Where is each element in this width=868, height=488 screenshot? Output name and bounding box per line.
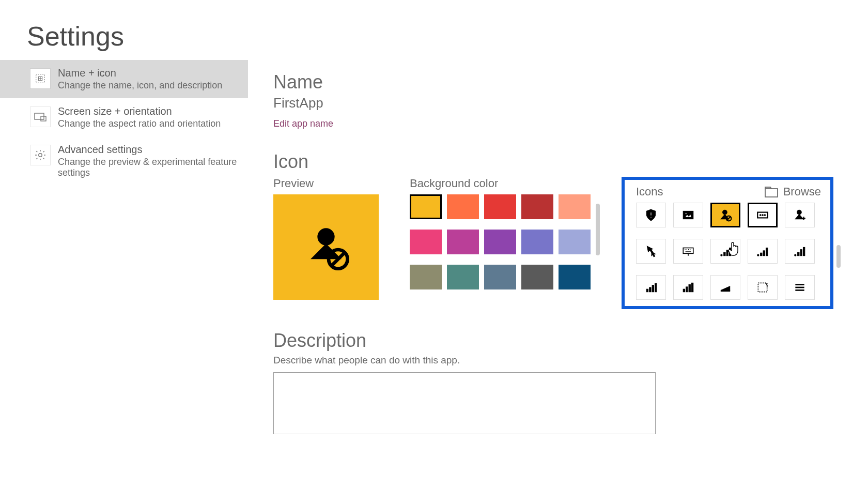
description-input[interactable] — [273, 372, 656, 434]
svg-point-14 — [685, 212, 687, 214]
bars-5-icon[interactable] — [673, 275, 703, 300]
name-section: Name FirstApp Edit app name — [273, 71, 847, 129]
svg-rect-10 — [765, 189, 778, 197]
svg-rect-51 — [692, 283, 693, 292]
settings-sidebar: Name + icon Change the name, icon, and d… — [0, 60, 248, 436]
svg-rect-12 — [650, 217, 652, 218]
bars-4-icon[interactable] — [636, 275, 666, 300]
bg-color-swatch[interactable] — [521, 194, 553, 219]
icon-preview-column: Preview — [273, 177, 379, 300]
keyboard-icon[interactable] — [673, 239, 703, 264]
svg-point-22 — [797, 210, 802, 215]
bg-color-swatch[interactable] — [447, 194, 479, 219]
select-dashed-icon[interactable] — [748, 275, 778, 300]
bg-color-swatch[interactable] — [484, 265, 516, 289]
svg-point-19 — [760, 215, 761, 216]
sidebar-item-sub: Change the name, icon, and description — [58, 80, 222, 91]
edit-app-name-link[interactable]: Edit app name — [273, 118, 333, 129]
page-title: Settings — [0, 0, 868, 60]
description-section: Description Describe what people can do … — [273, 330, 847, 436]
svg-point-15 — [723, 210, 727, 215]
grid-icon — [30, 68, 51, 89]
cursor-click-icon[interactable] — [636, 239, 666, 264]
svg-rect-39 — [766, 248, 768, 256]
bg-color-grid — [410, 194, 591, 289]
svg-point-6 — [39, 154, 42, 157]
svg-rect-44 — [646, 289, 648, 292]
svg-rect-48 — [683, 289, 685, 292]
settings-content: Name FirstApp Edit app name Icon Preview — [248, 60, 868, 436]
bars-3-icon[interactable] — [785, 239, 815, 264]
sidebar-item-sub: Change the preview & experimental featur… — [58, 157, 239, 178]
svg-rect-49 — [686, 287, 688, 292]
svg-rect-41 — [798, 252, 799, 256]
user-block-icon[interactable] — [710, 203, 740, 227]
bg-color-swatch[interactable] — [559, 230, 591, 254]
description-hint: Describe what people can do with this ap… — [273, 355, 847, 366]
svg-point-21 — [764, 215, 766, 216]
svg-rect-43 — [803, 247, 805, 255]
bg-color-swatch[interactable] — [559, 194, 591, 219]
bg-color-swatch[interactable] — [484, 194, 516, 219]
bars-2-icon[interactable] — [748, 239, 778, 264]
bg-color-swatch[interactable] — [410, 230, 442, 254]
icon-section: Icon Preview Background color — [273, 151, 847, 309]
svg-rect-52 — [721, 290, 730, 291]
svg-point-7 — [317, 228, 334, 245]
bg-color-swatch[interactable] — [410, 265, 442, 289]
icon-picker-grid — [636, 203, 821, 300]
svg-rect-53 — [758, 283, 767, 292]
svg-rect-45 — [649, 287, 651, 292]
bg-color-scrollbar[interactable] — [596, 204, 600, 255]
svg-rect-11 — [650, 212, 652, 216]
icon-heading: Icon — [273, 151, 847, 173]
bg-color-swatch[interactable] — [410, 194, 442, 219]
card-icon[interactable] — [748, 203, 778, 227]
sidebar-item-title: Name + icon — [58, 67, 222, 79]
name-heading: Name — [273, 71, 847, 93]
svg-rect-25 — [683, 248, 693, 254]
sidebar-item-sub: Change the aspect ratio and orientation — [58, 118, 221, 129]
user-block-icon — [300, 221, 352, 273]
bg-color-swatch[interactable] — [559, 265, 591, 289]
sidebar-item-screen-size[interactable]: Screen size + orientation Change the asp… — [0, 98, 248, 136]
icons-label: Icons — [636, 185, 663, 199]
svg-point-40 — [795, 254, 796, 256]
menu-lines-icon[interactable] — [785, 275, 815, 300]
svg-rect-38 — [763, 251, 765, 256]
gear-icon — [30, 145, 51, 165]
screen-icon — [30, 106, 51, 127]
bars-1-icon[interactable] — [710, 239, 740, 264]
svg-rect-42 — [800, 250, 802, 256]
sidebar-item-title: Screen size + orientation — [58, 105, 221, 117]
icon-preview — [273, 194, 379, 300]
bg-color-swatch[interactable] — [447, 230, 479, 254]
bg-color-swatch[interactable] — [521, 265, 553, 289]
bg-color-swatch[interactable] — [447, 265, 479, 289]
bg-color-label: Background color — [410, 177, 591, 190]
scanner-icon[interactable] — [710, 275, 740, 300]
bg-color-swatch[interactable] — [521, 230, 553, 254]
svg-point-32 — [721, 254, 722, 256]
picture-swap-icon[interactable] — [673, 203, 703, 227]
svg-rect-13 — [683, 211, 693, 219]
folder-icon — [765, 186, 778, 197]
svg-point-36 — [757, 254, 759, 256]
sidebar-item-name-icon[interactable]: Name + icon Change the name, icon, and d… — [0, 60, 248, 98]
svg-rect-35 — [730, 248, 731, 256]
description-heading: Description — [273, 330, 847, 352]
shield-alert-icon[interactable] — [636, 203, 666, 227]
browse-label: Browse — [783, 185, 821, 199]
user-add-icon[interactable] — [785, 203, 815, 227]
sidebar-item-advanced[interactable]: Advanced settings Change the preview & e… — [0, 136, 248, 186]
app-name-value: FirstApp — [273, 95, 847, 111]
browse-button[interactable]: Browse — [765, 185, 821, 199]
svg-rect-47 — [655, 283, 657, 292]
icons-scrollbar[interactable] — [836, 245, 841, 268]
icons-panel: Icons Browse — [622, 177, 833, 309]
sidebar-item-title: Advanced settings — [58, 144, 239, 156]
svg-rect-37 — [761, 253, 762, 255]
svg-rect-46 — [652, 285, 654, 292]
bg-color-swatch[interactable] — [484, 230, 516, 254]
svg-rect-33 — [724, 252, 725, 256]
